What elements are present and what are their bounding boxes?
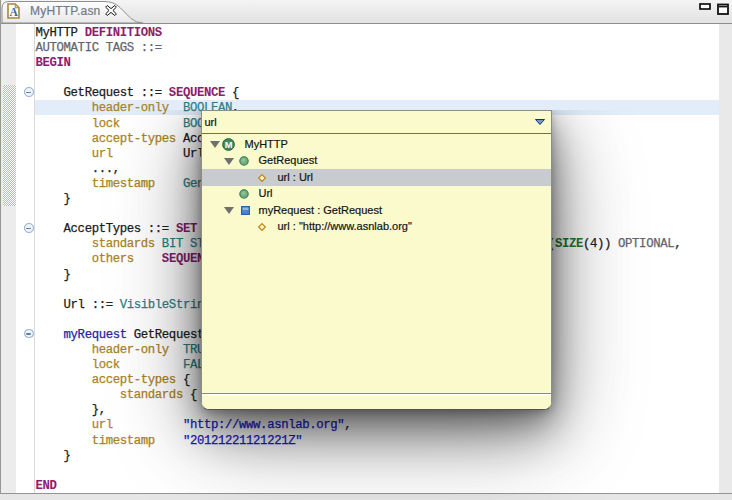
svg-text:A: A (9, 6, 18, 18)
svg-text:M: M (224, 139, 232, 149)
